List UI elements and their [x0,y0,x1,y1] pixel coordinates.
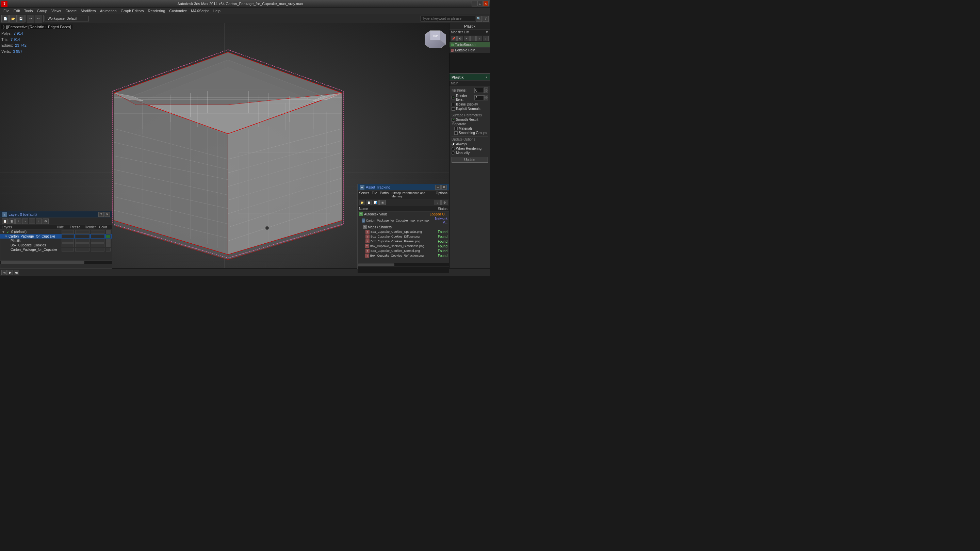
layer-row-box-cupcake[interactable]: Box_Cupcake_Cookies [0,243,112,247]
asset-tb-settings[interactable]: ⚙ [441,200,447,205]
menu-modifiers[interactable]: Modifiers [79,8,98,14]
asset-row-normal[interactable]: T Box_Cupcake_Cookies_Normal.png Found [358,248,449,253]
asset-row-vault[interactable]: V Autodesk Vault Logged O... [358,212,449,217]
row3-render[interactable] [91,243,105,247]
asset-tb-3[interactable]: 📊 [372,200,379,205]
menu-edit[interactable]: Edit [11,8,22,14]
layer-panel-help-btn[interactable]: ? [98,212,104,217]
modifier-list-arrow[interactable]: ▼ [485,30,488,34]
menu-group[interactable]: Group [35,8,49,14]
minimize-btn[interactable]: ─ [472,1,477,6]
modifier-list-item-turbosmooth[interactable]: TurboSmooth [450,42,490,48]
menu-customize[interactable]: Customize [167,8,189,14]
asset-tb-help[interactable]: ? [434,200,441,205]
prev-frame-btn[interactable]: ⏮ [2,270,7,276]
layer-remove-btn[interactable]: - [22,218,28,224]
asset-scrollbar[interactable] [358,263,449,266]
layer-delete-btn[interactable]: 🗑 [8,218,14,224]
materials-check[interactable] [454,127,458,131]
render-iters-up[interactable]: ▲ [484,95,488,98]
mod-remove-icon[interactable]: – [470,36,476,41]
turbosmooth-header[interactable]: Plastik ▲ [450,74,490,81]
layer-up-btn[interactable]: ↑ [29,218,35,224]
row2-hide[interactable] [62,239,74,243]
menu-views[interactable]: Views [49,8,63,14]
render-iters-input[interactable] [474,95,484,100]
iterations-down[interactable]: ▼ [484,90,488,93]
layer-panel-close-btn[interactable]: ✕ [105,212,110,217]
update-button[interactable]: Update [452,157,488,163]
search-input[interactable] [421,16,475,21]
new-btn[interactable]: 📄 [2,15,9,22]
asset-row-glossiness[interactable]: T Box_Cupcake_Cookies_Glossiness.png Fou… [358,244,449,248]
asset-row-maps[interactable]: S Maps / Shaders [358,225,449,229]
asset-panel-min-btn[interactable]: ─ [435,185,441,190]
mod-configure-icon[interactable]: ⚙ [457,36,463,41]
manually-radio[interactable] [452,151,455,155]
layer-settings-btn[interactable]: ⚙ [43,218,49,224]
maximize-btn[interactable]: □ [477,1,483,6]
open-btn[interactable]: 📂 [9,15,17,22]
row2-freeze[interactable] [75,239,89,243]
menu-file[interactable]: File [2,8,11,14]
navcube[interactable]: TOP [425,27,446,48]
asset-tb-4[interactable]: ⊞ [379,200,385,205]
menu-create[interactable]: Create [63,8,79,14]
asset-row-fresnel[interactable]: T Box_Cupcake_Cookies_Fresnel.png Found [358,239,449,244]
row4-hide[interactable] [62,248,74,252]
row1-freeze[interactable] [75,234,89,238]
asset-panel-close-btn[interactable]: ✕ [441,185,447,190]
layer-scrollbar[interactable] [0,260,112,264]
mod-movedown-icon[interactable]: ↓ [483,36,488,41]
layer-row-default[interactable]: ▼ ✓ 0 (default) [0,230,112,234]
row1-hide[interactable] [62,234,74,238]
asset-row-carton-max[interactable]: M Carton_Package_for_Cupcake_max_vray.ma… [358,217,449,225]
modifier-list-item-editablepoly[interactable]: Editable Poly [450,48,490,53]
menu-tools[interactable]: Tools [22,8,35,14]
row3-freeze[interactable] [75,243,89,247]
always-radio[interactable] [452,143,455,146]
menu-rendering[interactable]: Rendering [146,8,167,14]
asset-menu-file[interactable]: File [372,191,377,198]
menu-maxscript[interactable]: MAXScript [189,8,211,14]
asset-row-refraction[interactable]: T Box_Cupcake_Cookies_Refraction.png Fou… [358,253,449,258]
smooth-result-check[interactable]: ✓ [452,118,455,121]
menu-animation[interactable]: Animation [98,8,119,14]
search-icon[interactable]: 🔍 [476,16,482,22]
asset-row-diffuse[interactable]: T Box_Cupcake_Cookies_Diffuse.png Found [358,234,449,239]
layer-add-btn[interactable]: + [15,218,21,224]
row1-render[interactable] [91,234,105,238]
row0-hide[interactable] [62,230,74,234]
layer-new-btn[interactable]: 📋 [2,218,8,224]
row2-color[interactable] [106,239,111,243]
asset-search[interactable] [358,266,449,273]
menu-help[interactable]: Help [211,8,223,14]
row2-render[interactable] [91,239,105,243]
asset-menu-bitmap[interactable]: Bitmap Performance and Memory [391,191,433,198]
row0-render[interactable] [91,230,105,234]
row3-color[interactable] [106,243,111,247]
row3-hide[interactable] [62,243,74,247]
redo-btn[interactable]: ↪ [35,15,42,22]
iterations-up[interactable]: ▲ [484,88,488,90]
next-frame-btn[interactable]: ⏭ [14,270,19,276]
row0-color[interactable] [106,230,111,234]
when-rendering-radio[interactable] [452,147,455,150]
explicit-normals-check[interactable] [452,107,455,111]
row1-color[interactable] [106,234,111,238]
asset-menu-paths[interactable]: Paths [380,191,389,198]
close-btn[interactable]: ✕ [483,1,488,6]
row0-freeze[interactable] [75,230,89,234]
layer-row-carton[interactable]: ▼ Carton_Package_for_Cupcake [0,234,112,239]
isoline-display-check[interactable] [452,103,455,106]
mod-moveup-icon[interactable]: ↑ [476,36,482,41]
render-iters-down[interactable]: ▼ [484,98,488,100]
asset-row-specular[interactable]: T Box_Cupcake_Cookies_Specular.png Found [358,229,449,234]
help-icon[interactable]: ? [482,16,488,22]
row4-render[interactable] [91,248,105,252]
layer-row-carton2[interactable]: Carton_Package_for_Cupcake [0,247,112,252]
undo-btn[interactable]: ↩ [27,15,34,22]
menu-graph-editors[interactable]: Graph Editors [119,8,146,14]
asset-tb-2[interactable]: 📋 [366,200,372,205]
mod-pin-icon[interactable]: 📌 [451,36,457,41]
